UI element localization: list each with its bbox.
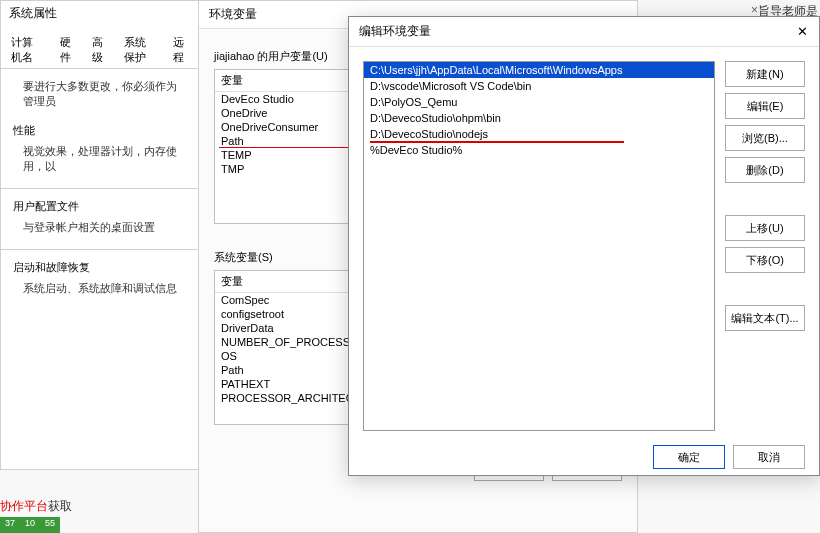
tab-computer-name[interactable]: 计算机名 [7,32,48,68]
sysprops-body: 要进行大多数更改，你必须作为管理员 性能 视觉效果，处理器计划，内存使用，以 用… [1,69,199,320]
editvar-footer: 确定 取消 [349,445,819,483]
tab-system-protection[interactable]: 系统保护 [120,32,161,68]
sysprops-title: 系统属性 [1,1,199,26]
edit-button[interactable]: 编辑(E) [725,93,805,119]
edit-text-button[interactable]: 编辑文本(T)... [725,305,805,331]
user-heading: 用户配置文件 [13,199,187,214]
sysprops-note: 要进行大多数更改，你必须作为管理员 [13,79,187,109]
path-item[interactable]: D:\vscode\Microsoft VS Code\bin [364,78,714,94]
startup-heading: 启动和故障恢复 [13,260,187,275]
startup-desc: 系统启动、系统故障和调试信息 [13,281,187,296]
path-list[interactable]: C:\Users\jjh\AppData\Local\Microsoft\Win… [363,61,715,431]
move-down-button[interactable]: 下移(O) [725,247,805,273]
sysprops-tabs: 计算机名 硬件 高级 系统保护 远程 [1,26,199,69]
path-item[interactable]: D:\PolyOS_Qemu [364,94,714,110]
browse-button[interactable]: 浏览(B)... [725,125,805,151]
editvar-side-buttons: 新建(N) 编辑(E) 浏览(B)... 删除(D) 上移(U) 下移(O) 编… [725,61,805,431]
path-item[interactable]: D:\DevecoStudio\nodejs [364,126,714,142]
ok-button[interactable]: 确定 [653,445,725,469]
close-icon[interactable]: ✕ [795,25,809,39]
status-badge: 37 10 55 [0,517,60,533]
path-item[interactable]: C:\Users\jjh\AppData\Local\Microsoft\Win… [364,62,714,78]
perf-desc: 视觉效果，处理器计划，内存使用，以 [13,144,187,174]
path-item[interactable]: %DevEco Studio% [364,142,714,158]
move-up-button[interactable]: 上移(U) [725,215,805,241]
tab-advanced[interactable]: 高级 [88,32,112,68]
perf-heading: 性能 [13,123,187,138]
tab-hardware[interactable]: 硬件 [56,32,80,68]
cancel-button[interactable]: 取消 [733,445,805,469]
edit-env-var-dialog: 编辑环境变量 ✕ C:\Users\jjh\AppData\Local\Micr… [348,16,820,476]
user-desc: 与登录帐户相关的桌面设置 [13,220,187,235]
bottom-red-text: 协作平台获取 [0,498,72,515]
path-item[interactable]: D:\DevecoStudio\ohpm\bin [364,110,714,126]
new-button[interactable]: 新建(N) [725,61,805,87]
system-properties-dialog: 系统属性 计算机名 硬件 高级 系统保护 远程 要进行大多数更改，你必须作为管理… [0,0,200,470]
background-close-icon[interactable]: × [751,3,758,17]
tab-remote[interactable]: 远程 [169,32,193,68]
editvar-title: 编辑环境变量 [359,23,795,40]
delete-button[interactable]: 删除(D) [725,157,805,183]
